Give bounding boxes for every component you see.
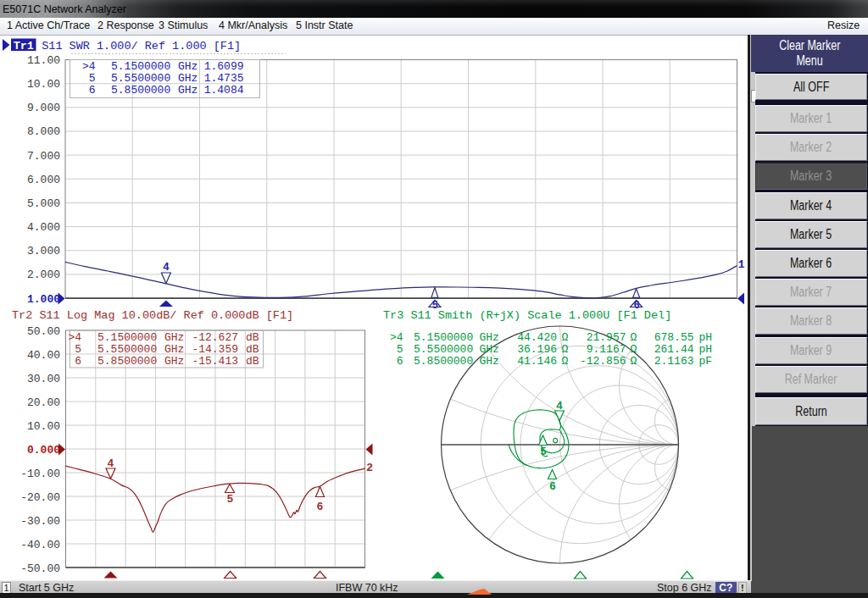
svg-text:-40.00: -40.00 bbox=[20, 539, 60, 551]
svg-text:-30.00: -30.00 bbox=[20, 515, 60, 528]
svg-text:10.00: 10.00 bbox=[27, 420, 60, 433]
svg-text:-14.359: -14.359 bbox=[192, 343, 238, 356]
svg-text:5: 5 bbox=[89, 72, 96, 85]
svg-text:S11 SWR 1.000/ Ref 1.000 [F1]: S11 SWR 1.000/ Ref 1.000 [F1] bbox=[42, 40, 241, 53]
svg-text:6: 6 bbox=[397, 355, 403, 368]
svg-text:GHz: GHz bbox=[164, 331, 184, 344]
svg-text:GHz: GHz bbox=[178, 60, 198, 73]
svg-text:6.000: 6.000 bbox=[27, 174, 60, 186]
svg-text:678.55: 678.55 bbox=[654, 331, 694, 344]
svg-text:5.1500000: 5.1500000 bbox=[97, 331, 157, 344]
svg-text:11.00: 11.00 bbox=[27, 54, 60, 67]
svg-text:4.000: 4.000 bbox=[27, 221, 60, 234]
svg-text:9.1167: 9.1167 bbox=[587, 343, 626, 356]
svg-text:GHz: GHz bbox=[178, 84, 198, 97]
svg-text:>4: >4 bbox=[82, 60, 96, 73]
svg-text:dB: dB bbox=[246, 355, 259, 368]
svg-text:Tr2 S11 Log Mag 10.00dB/ Ref 0: Tr2 S11 Log Mag 10.00dB/ Ref 0.000dB [F1… bbox=[12, 309, 293, 322]
svg-text:5: 5 bbox=[227, 493, 234, 506]
svg-text:-20.00: -20.00 bbox=[20, 491, 60, 504]
svg-text:4: 4 bbox=[556, 400, 563, 413]
svg-text:5: 5 bbox=[75, 343, 81, 356]
svg-text:-12.856: -12.856 bbox=[580, 355, 626, 368]
svg-text:2.000: 2.000 bbox=[27, 269, 60, 281]
svg-text:-15.413: -15.413 bbox=[192, 355, 238, 368]
svg-text:10.00: 10.00 bbox=[27, 78, 60, 91]
svg-text:3.000: 3.000 bbox=[27, 245, 60, 257]
svg-text:5: 5 bbox=[432, 300, 438, 312]
svg-text:5.5500000: 5.5500000 bbox=[97, 343, 157, 356]
svg-text:1: 1 bbox=[738, 258, 745, 271]
svg-text:GHz: GHz bbox=[480, 331, 499, 344]
svg-text:>4: >4 bbox=[390, 331, 403, 344]
svg-text:5: 5 bbox=[397, 343, 403, 356]
svg-text:Ω: Ω bbox=[631, 343, 637, 356]
svg-text:30.00: 30.00 bbox=[27, 373, 60, 385]
svg-text:-50.00: -50.00 bbox=[20, 562, 60, 575]
svg-text:261.44: 261.44 bbox=[654, 343, 694, 356]
svg-text:-10.00: -10.00 bbox=[20, 468, 60, 480]
svg-text:20.00: 20.00 bbox=[27, 396, 60, 409]
svg-text:5.8500000: 5.8500000 bbox=[414, 355, 473, 368]
svg-text:5.5500000: 5.5500000 bbox=[111, 72, 170, 85]
svg-text:7.000: 7.000 bbox=[27, 150, 60, 163]
svg-text:36.196: 36.196 bbox=[517, 343, 557, 356]
svg-text:GHz: GHz bbox=[480, 343, 499, 356]
svg-text:41.146: 41.146 bbox=[517, 355, 557, 368]
svg-text:21.957: 21.957 bbox=[587, 331, 626, 344]
svg-text:1.000: 1.000 bbox=[27, 293, 60, 306]
svg-text:2: 2 bbox=[366, 462, 373, 474]
svg-text:>4: >4 bbox=[68, 331, 81, 344]
svg-text:GHz: GHz bbox=[164, 355, 184, 368]
svg-text:5.000: 5.000 bbox=[27, 197, 60, 210]
svg-text:5.1500000: 5.1500000 bbox=[414, 331, 473, 344]
svg-text:pH: pH bbox=[699, 331, 713, 344]
svg-text:0.000: 0.000 bbox=[27, 444, 60, 457]
svg-text:6: 6 bbox=[75, 355, 81, 368]
svg-text:6: 6 bbox=[549, 480, 556, 493]
svg-text:dB: dB bbox=[246, 331, 259, 344]
svg-text:5: 5 bbox=[540, 446, 547, 458]
svg-text:pH: pH bbox=[699, 343, 713, 356]
svg-text:5.1500000: 5.1500000 bbox=[111, 60, 170, 73]
svg-text:4: 4 bbox=[108, 457, 114, 470]
svg-text:6: 6 bbox=[634, 300, 640, 312]
svg-text:Tr1: Tr1 bbox=[14, 40, 34, 53]
svg-text:Ω: Ω bbox=[562, 343, 569, 356]
svg-text:1.4735: 1.4735 bbox=[204, 72, 244, 85]
svg-text:Ω: Ω bbox=[562, 355, 569, 368]
svg-text:Tr3 S11 Smith (R+jX) Scale 1.0: Tr3 S11 Smith (R+jX) Scale 1.000U [F1 De… bbox=[383, 309, 671, 322]
svg-text:pF: pF bbox=[699, 355, 713, 368]
svg-text:50.00: 50.00 bbox=[27, 325, 60, 338]
svg-text:6: 6 bbox=[317, 501, 324, 513]
svg-text:6: 6 bbox=[89, 84, 96, 97]
svg-text:44.420: 44.420 bbox=[517, 331, 557, 344]
svg-text:GHz: GHz bbox=[164, 343, 184, 356]
svg-text:dB: dB bbox=[246, 343, 259, 356]
svg-text:Ω: Ω bbox=[631, 331, 637, 344]
svg-text:1.4084: 1.4084 bbox=[204, 84, 244, 97]
svg-text:4: 4 bbox=[163, 261, 170, 274]
svg-text:40.00: 40.00 bbox=[27, 349, 60, 362]
svg-text:8.000: 8.000 bbox=[27, 125, 60, 138]
svg-text:5.8500000: 5.8500000 bbox=[97, 355, 157, 368]
svg-text:-12.627: -12.627 bbox=[192, 331, 238, 344]
svg-text:9.000: 9.000 bbox=[27, 102, 60, 114]
svg-text:5.8500000: 5.8500000 bbox=[111, 84, 170, 97]
svg-text:2.1163: 2.1163 bbox=[654, 355, 694, 368]
svg-text:Ω: Ω bbox=[562, 331, 569, 344]
svg-text:GHz: GHz bbox=[178, 72, 198, 85]
svg-text:5.5500000: 5.5500000 bbox=[414, 343, 473, 356]
svg-text:Ω: Ω bbox=[631, 355, 637, 368]
svg-text:1.6099: 1.6099 bbox=[204, 60, 244, 73]
svg-text:GHz: GHz bbox=[480, 355, 499, 368]
